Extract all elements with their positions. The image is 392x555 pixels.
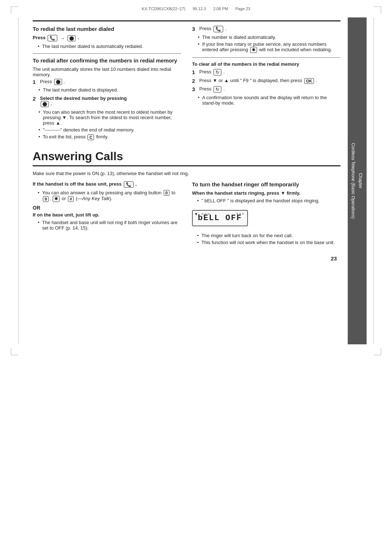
step1-notes: The last number dialed is displayed. xyxy=(33,87,181,93)
clear-step3-num: 3 xyxy=(192,86,198,92)
bottom-crop xyxy=(0,344,392,359)
ringer-off-notes: " bELL OFF " is displayed and the handse… xyxy=(192,198,340,203)
step1-note1: The last number dialed is displayed. xyxy=(38,87,181,93)
ok-button[interactable]: OK xyxy=(304,78,314,84)
clear-step3-notes: A confirmation tone sounds and the displ… xyxy=(192,95,340,106)
handset-off-title-text: If the handset is off the base unit, pre… xyxy=(33,181,122,187)
base-note1: The handset and base unit will not ring … xyxy=(38,220,181,231)
ringer-off-note1: " bELL OFF " is displayed and the handse… xyxy=(197,198,340,203)
two-col-top: To redial the last number dialed Press 📞… xyxy=(33,26,340,143)
page-number: 23 xyxy=(33,255,340,262)
ringer-off-note3: This function will not work when the han… xyxy=(197,240,340,245)
clear-step2-num: 2 xyxy=(192,78,198,84)
page-label: Page 23 xyxy=(235,7,250,11)
bell-indicator: ▼ ~~~ xyxy=(195,212,211,216)
arrow-icon: → xyxy=(60,36,65,41)
step2-select-label: Select the desired number by pressing xyxy=(40,96,127,101)
step2-line: 2 Select the desired number by pressing … xyxy=(33,96,181,107)
chapter-tab-wrapper: Cordless Telephone (Basic Operations) Ch… xyxy=(348,17,367,344)
clear-step3-note1: A confirmation tone sounds and the displ… xyxy=(198,95,340,106)
ringer-off-note2: The ringer will turn back on for the nex… xyxy=(197,233,340,238)
crop-mark-bl xyxy=(11,348,18,355)
c-button[interactable]: C xyxy=(87,134,94,140)
left-margin xyxy=(15,17,25,344)
base-notes: The handset and base unit will not ring … xyxy=(33,220,181,231)
chapter-subtitle: Cordless Telephone (Basic Operations) xyxy=(351,143,356,219)
chapter-tab: Cordless Telephone (Basic Operations) Ch… xyxy=(348,17,367,344)
redial-confirm-intro: The unit automatically stores the last 1… xyxy=(33,66,181,77)
star-button[interactable]: ✱ xyxy=(250,47,257,53)
ringer-off-title: To turn the handset ringer off temporari… xyxy=(192,181,340,187)
redial-last-note1: The last number dialed is automatically … xyxy=(38,44,181,49)
clear-step2-label: Press ▼ or ▲ until " F9 " is displayed, … xyxy=(199,78,302,83)
phone-button-step3[interactable]: 📞 xyxy=(213,26,223,32)
zero-button[interactable]: 0 xyxy=(164,190,170,196)
base-unit-instruction: If on the base unit, just lift up. xyxy=(33,212,181,218)
two-col-answering: If the handset is off the base unit, pre… xyxy=(33,181,340,248)
step3-note2: If your line has rotary or pulse service… xyxy=(198,41,340,53)
phone-button-answer[interactable]: 📞 xyxy=(124,181,134,188)
redial-arrow-button[interactable]: ↻ xyxy=(213,69,221,76)
handset-off-notes: You can also answer a call by pressing a… xyxy=(33,190,181,202)
chapter-label: Chapter xyxy=(358,173,363,189)
clear-step2-line: 2 Press ▼ or ▲ until " F9 " is displayed… xyxy=(192,78,340,84)
step3-num: 3 xyxy=(192,26,198,32)
step3-text: Press 📞 . xyxy=(199,26,226,32)
step1-press-label: Press xyxy=(40,79,52,84)
bell-display-container: ▼ ~~~ ▪▪▪ bELL OFF xyxy=(192,207,340,229)
nine-button[interactable]: 9 xyxy=(43,196,49,202)
step2-note3: To exit the list, press C firmly. xyxy=(38,134,181,140)
col-left: To redial the last number dialed Press 📞… xyxy=(33,26,181,143)
bell-off-display: ▼ ~~~ ▪▪▪ bELL OFF xyxy=(192,210,248,226)
redial-button[interactable]: ⬤ xyxy=(68,35,75,41)
header-meta: KX-TCD961CXB(22~27) 99.12.3 2:08 PM Page… xyxy=(142,7,250,14)
step3-press-label: Press xyxy=(199,26,211,31)
section-divider-1 xyxy=(33,53,181,54)
step2-notes: You can also search from the most recent… xyxy=(33,109,181,140)
ringer-off-col: To turn the handset ringer off temporari… xyxy=(192,181,340,248)
redial-confirm-title: To redial after confirming the numbers i… xyxy=(33,57,181,64)
step1-line: 1 Press ⬤ . xyxy=(33,79,181,85)
redial-arrow-button2[interactable]: ↻ xyxy=(213,86,221,93)
select-button[interactable]: ⬤ xyxy=(41,101,49,107)
clear-press-label: Press xyxy=(199,69,211,75)
clear-step3-line: 3 Press ↻ . xyxy=(192,86,340,93)
phone-button-redial[interactable]: 📞 xyxy=(48,35,57,41)
clear-step1-num: 1 xyxy=(192,69,198,75)
redial-press-instruction: Press 📞 → ⬤ . xyxy=(33,35,181,41)
clear-title: To clear all of the numbers in the redia… xyxy=(192,61,340,67)
redial-confirm-button[interactable]: ⬤ xyxy=(54,79,62,85)
step1-text: Press ⬤ . xyxy=(40,79,65,85)
answering-calls-rule xyxy=(33,165,340,166)
handset-off-title: If the handset is off the base unit, pre… xyxy=(33,181,181,188)
star-button-2[interactable]: ✱ xyxy=(53,196,60,202)
press-label: Press xyxy=(33,35,45,40)
crop-mark-br xyxy=(374,348,381,355)
ringer-off-instruction: When the handset starts ringing, press ▼… xyxy=(192,190,340,196)
handset-off-note1: You can also answer a call by pressing a… xyxy=(38,190,181,202)
hash-button[interactable]: # xyxy=(68,196,74,202)
step2-num: 2 xyxy=(33,96,38,102)
page-wrapper: KX-TCD961CXB(22~27) 99.12.3 2:08 PM Page… xyxy=(0,0,392,555)
top-bar: KX-TCD961CXB(22~27) 99.12.3 2:08 PM Page… xyxy=(0,0,392,17)
clear-step1-text: Press ↻ . xyxy=(199,69,225,76)
step2-text: Select the desired number by pressing ⬤ … xyxy=(40,96,127,107)
col-right: 3 Press 📞 . The number is dialed automat… xyxy=(192,26,340,143)
step2-note1: You can also search from the most recent… xyxy=(38,109,181,126)
content-body: To redial the last number dialed Press 📞… xyxy=(25,17,348,344)
answering-calls-title: Answering Calls xyxy=(33,150,340,163)
or-label: OR xyxy=(33,205,181,211)
top-rule xyxy=(33,20,340,21)
answering-calls-intro: Make sure that the power is ON (p. 13), … xyxy=(33,171,340,176)
redial-last-title: To redial the last number dialed xyxy=(33,26,181,32)
crop-mark-tr xyxy=(374,7,381,14)
crop-mark-tl xyxy=(11,7,18,14)
clear-step3-label: Press xyxy=(199,86,211,92)
step3-notes: The number is dialed automatically. If y… xyxy=(192,35,340,53)
step3-line-right: 3 Press 📞 . xyxy=(192,26,340,32)
clear-step1-line: 1 Press ↻ . xyxy=(192,69,340,76)
clear-step2-text: Press ▼ or ▲ until " F9 " is displayed, … xyxy=(199,78,317,84)
answering-calls-section: Answering Calls Make sure that the power… xyxy=(33,150,340,248)
step3-note1: The number is dialed automatically. xyxy=(198,35,340,40)
clear-step3-text: Press ↻ . xyxy=(199,86,225,93)
